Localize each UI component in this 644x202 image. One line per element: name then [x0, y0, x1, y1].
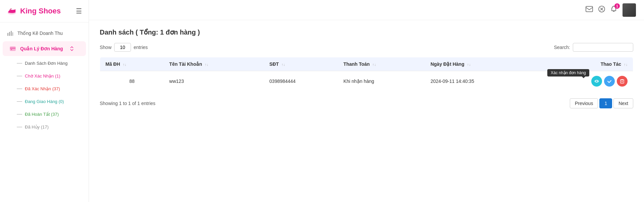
table-body: 88 ww123 0398984444 Khi nhận hàng 2024-0…: [100, 71, 633, 92]
svg-rect-6: [10, 48, 15, 49]
sort-icon-action[interactable]: ↑↓: [624, 62, 628, 66]
next-button[interactable]: Next: [613, 98, 633, 108]
sidebar-sub-item-all-orders[interactable]: — Danh Sách Đơn Hàng: [13, 57, 89, 69]
entries-label: entries: [134, 45, 148, 50]
cell-phone: 0398984444: [264, 71, 338, 92]
show-entries-control: Show 10 entries: [100, 43, 148, 52]
col-date: Ngày Đặt Hàng ↑↓: [425, 57, 534, 71]
dash-icon-1: —: [17, 73, 22, 79]
dash-icon-4: —: [17, 111, 22, 117]
approve-tooltip: Xác nhận đơn hàng: [547, 69, 589, 77]
pagination-row: Showing 1 to 1 of 1 entries Previous 1 N…: [100, 98, 633, 108]
topbar: 1: [89, 0, 644, 20]
sidebar-item-revenue-label: Thống Kê Doanh Thu: [17, 31, 63, 36]
svg-rect-3: [11, 31, 12, 36]
shoe-icon: [7, 6, 17, 16]
sidebar-item-orders-label: Quản Lý Đơn Hàng: [20, 46, 63, 51]
close-button[interactable]: [598, 6, 605, 14]
sidebar-submenu: — Danh Sách Đơn Hàng — Chờ Xác Nhận (1) …: [0, 57, 89, 133]
delivering-label: Đang Giao Hàng (0): [25, 99, 64, 104]
chart-icon: [7, 30, 13, 37]
sidebar-sub-item-pending[interactable]: — Chờ Xác Nhận (1): [13, 69, 89, 82]
view-button[interactable]: [591, 76, 602, 87]
sidebar-sub-item-delivering[interactable]: — Đang Giao Hàng (0): [13, 95, 89, 108]
cancelled-label: Đã Hủy (17): [25, 124, 49, 130]
dash-icon-2: —: [17, 86, 22, 92]
sort-icon-payment[interactable]: ↑↓: [372, 62, 376, 66]
app-name: King Shoes: [20, 7, 61, 15]
sidebar-sub-item-done[interactable]: — Đã Hoàn Tất (37): [13, 108, 89, 120]
dash-icon-3: —: [17, 98, 22, 104]
svg-rect-4: [12, 32, 13, 36]
sort-icon: [69, 46, 75, 51]
dash-icon-5: —: [17, 124, 22, 130]
sidebar: King Shoes ☰ Thống Kê Doanh Thu: [0, 0, 89, 202]
orders-table: Mã ĐH ↑↓ Tên Tài Khoản ↑↓ SĐT ↑↓ Thanh T…: [100, 57, 633, 92]
svg-point-10: [596, 80, 598, 82]
confirmed-label: Đã Xác Nhận (37): [25, 86, 60, 91]
bell-button[interactable]: 1: [610, 5, 617, 14]
approve-button[interactable]: [604, 76, 615, 87]
cell-date: 2024-09-11 14:40:35: [425, 71, 534, 92]
pagination-info: Showing 1 to 1 of 1 entries: [100, 101, 155, 106]
sort-icon-phone[interactable]: ↑↓: [281, 62, 285, 66]
svg-rect-7: [11, 49, 12, 50]
table-row: 88 ww123 0398984444 Khi nhận hàng 2024-0…: [100, 71, 633, 92]
user-avatar[interactable]: [623, 3, 636, 17]
svg-rect-1: [7, 33, 8, 36]
page-1-button[interactable]: 1: [599, 98, 612, 108]
avatar-image: [623, 3, 636, 17]
sidebar-sub-item-cancelled[interactable]: — Đã Hủy (17): [13, 120, 89, 133]
svg-rect-11: [620, 80, 624, 83]
col-account: Tên Tài Khoản ↑↓: [164, 57, 264, 71]
action-buttons: Xác nhận đơn hàng: [540, 76, 628, 87]
table-controls: Show 10 entries Search:: [100, 43, 633, 52]
col-phone: SĐT ↑↓: [264, 57, 338, 71]
svg-rect-2: [9, 32, 10, 36]
sidebar-item-orders[interactable]: Quản Lý Đơn Hàng: [3, 41, 86, 56]
dash-icon-0: —: [17, 60, 22, 66]
card-icon: [9, 45, 16, 52]
pending-label: Chờ Xác Nhận (1): [25, 73, 60, 79]
cell-order-id: 88: [100, 71, 164, 92]
cell-actions: Xác nhận đơn hàng: [534, 71, 633, 92]
mail-button[interactable]: [586, 6, 593, 14]
search-label: Search:: [554, 45, 570, 50]
pagination-controls: Previous 1 Next: [570, 98, 633, 108]
sidebar-logo: King Shoes ☰: [0, 0, 89, 22]
hamburger-button[interactable]: ☰: [76, 7, 82, 15]
entries-input[interactable]: 10: [114, 43, 131, 52]
sort-icon-account[interactable]: ↑↓: [205, 62, 209, 66]
content-area: Danh sách ( Tổng: 1 đơn hàng ) Show 10 e…: [89, 20, 644, 202]
search-control: Search:: [554, 43, 633, 52]
done-label: Đã Hoàn Tất (37): [25, 112, 59, 117]
bell-badge: 1: [614, 3, 620, 9]
page-title: Danh sách ( Tổng: 1 đơn hàng ): [100, 28, 633, 36]
svg-rect-8: [586, 6, 593, 12]
previous-button[interactable]: Previous: [570, 98, 598, 108]
col-payment: Thanh Toán ↑↓: [338, 57, 425, 71]
cell-payment: Khi nhận hàng: [338, 71, 425, 92]
sidebar-sub-item-confirmed[interactable]: — Đã Xác Nhận (37): [13, 82, 89, 95]
main-content: 1 Danh sách ( Tổng: 1 đơn hàng ) Show 10…: [89, 0, 644, 202]
delete-button[interactable]: [617, 76, 628, 87]
search-input[interactable]: [573, 43, 633, 52]
show-label: Show: [100, 45, 111, 50]
all-orders-label: Danh Sách Đơn Hàng: [25, 61, 67, 66]
sidebar-menu: Thống Kê Doanh Thu Quản Lý Đơn Hàng — Da…: [0, 22, 89, 137]
sidebar-item-revenue[interactable]: Thống Kê Doanh Thu: [0, 26, 89, 41]
cell-account: ww123: [164, 71, 264, 92]
sort-icon-orderid[interactable]: ↑↓: [123, 62, 126, 66]
sort-icon-date[interactable]: ↑↓: [467, 62, 471, 66]
col-order-id: Mã ĐH ↑↓: [100, 57, 164, 71]
